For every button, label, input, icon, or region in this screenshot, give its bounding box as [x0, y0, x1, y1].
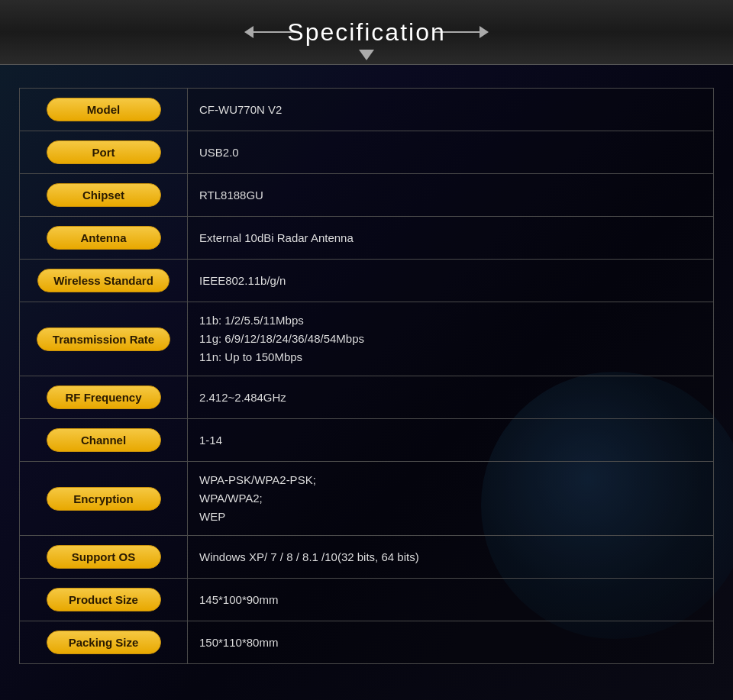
page-header: Specification	[0, 0, 733, 65]
table-row: RF Frequency2.412~2.484GHz	[20, 376, 714, 419]
table-row: EncryptionWPA-PSK/WPA2-PSK;WPA/WPA2;WEP	[20, 462, 714, 536]
value-cell: CF-WU770N V2	[188, 89, 714, 131]
label-badge: Channel	[47, 428, 161, 452]
value-cell: USB2.0	[188, 131, 714, 174]
value-cell: RTL8188GU	[188, 174, 714, 217]
value-cell: External 10dBi Radar Antenna	[188, 217, 714, 260]
label-cell: Support OS	[20, 536, 188, 579]
table-row: ChipsetRTL8188GU	[20, 174, 714, 217]
arrow-down-icon	[359, 50, 374, 60]
label-cell: Model	[20, 89, 188, 131]
table-row: ModelCF-WU770N V2	[20, 89, 714, 131]
label-cell: Product Size	[20, 579, 188, 621]
label-badge: Transmission Rate	[37, 327, 170, 351]
label-badge: Support OS	[47, 545, 161, 569]
label-badge: Product Size	[47, 588, 161, 611]
value-cell: Windows XP/ 7 / 8 / 8.1 /10(32 bits, 64 …	[188, 536, 714, 579]
main-content: ModelCF-WU770N V2PortUSB2.0ChipsetRTL818…	[0, 65, 733, 700]
value-cell: 2.412~2.484GHz	[188, 376, 714, 419]
value-cell: WPA-PSK/WPA2-PSK;WPA/WPA2;WEP	[188, 462, 714, 536]
label-badge: Model	[47, 98, 161, 121]
label-cell: Transmission Rate	[20, 302, 188, 376]
label-cell: RF Frequency	[20, 376, 188, 419]
value-cell: 11b: 1/2/5.5/11Mbps11g: 6/9/12/18/24/36/…	[188, 302, 714, 376]
arrow-right-icon	[480, 26, 489, 38]
value-cell: 1-14	[188, 419, 714, 462]
label-cell: Packing Size	[20, 621, 188, 664]
label-badge: Chipset	[47, 183, 161, 207]
table-row: AntennaExternal 10dBi Radar Antenna	[20, 217, 714, 260]
value-cell: 150*110*80mm	[188, 621, 714, 664]
spec-table: ModelCF-WU770N V2PortUSB2.0ChipsetRTL818…	[19, 88, 714, 664]
label-cell: Chipset	[20, 174, 188, 217]
label-cell: Encryption	[20, 462, 188, 536]
value-cell: IEEE802.11b/g/n	[188, 260, 714, 302]
label-badge: RF Frequency	[47, 385, 161, 409]
table-row: PortUSB2.0	[20, 131, 714, 174]
label-cell: Antenna	[20, 217, 188, 260]
value-cell: 145*100*90mm	[188, 579, 714, 621]
label-cell: Channel	[20, 419, 188, 462]
label-badge: Antenna	[47, 226, 161, 250]
table-row: Product Size145*100*90mm	[20, 579, 714, 621]
table-row: Transmission Rate11b: 1/2/5.5/11Mbps11g:…	[20, 302, 714, 376]
label-badge: Encryption	[47, 487, 161, 511]
label-badge: Port	[47, 140, 161, 164]
table-row: Channel1-14	[20, 419, 714, 462]
label-badge: Wireless Standard	[37, 269, 170, 292]
label-cell: Port	[20, 131, 188, 174]
table-row: Wireless StandardIEEE802.11b/g/n	[20, 260, 714, 302]
table-row: Packing Size150*110*80mm	[20, 621, 714, 664]
arrow-left-icon	[244, 26, 253, 38]
table-row: Support OSWindows XP/ 7 / 8 / 8.1 /10(32…	[20, 536, 714, 579]
label-badge: Packing Size	[47, 631, 161, 654]
label-cell: Wireless Standard	[20, 260, 188, 302]
page-title: Specification	[287, 18, 445, 47]
